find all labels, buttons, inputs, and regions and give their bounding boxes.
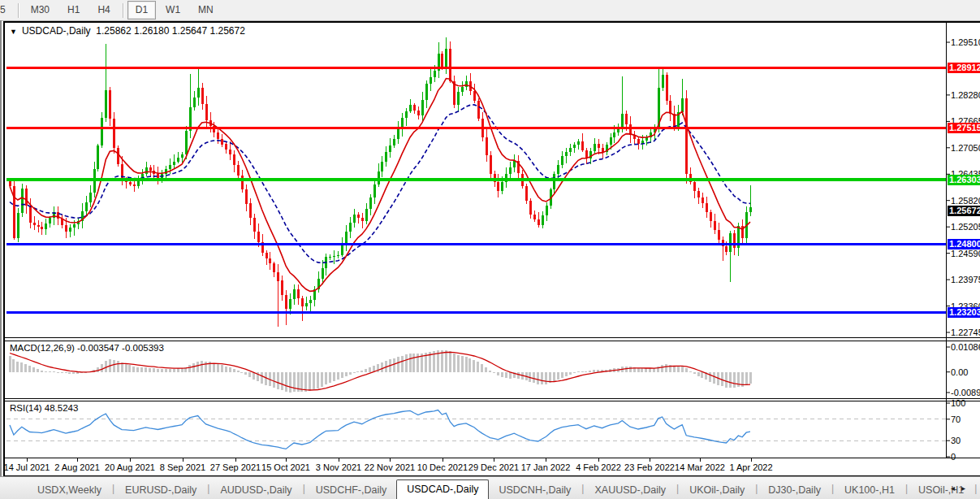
chart-symbol: USDCAD-,Daily	[22, 25, 91, 37]
price-axis-label: 1.24590	[951, 249, 980, 258]
rsi-axis-label: 30	[951, 436, 980, 445]
date-axis-label: 20 Aug 2021	[102, 462, 158, 472]
price-level-badge: 1.26303	[948, 175, 980, 185]
rsi-axis-label: 0	[951, 452, 980, 462]
ohlc-high: 1.26180	[134, 25, 169, 37]
macd-axis-label: 0.010869	[951, 342, 980, 352]
date-axis-label: 27 Sep 2021	[208, 462, 263, 472]
ohlc-close: 1.25672	[209, 25, 244, 37]
rsi-label: RSI(14) 48.5243	[10, 403, 78, 413]
macd-value-main: -0.003547	[77, 343, 119, 353]
price-axis-label: 1.22745	[951, 328, 980, 337]
date-axis-label: 3 Nov 2021	[311, 462, 366, 472]
rsi-axis-label: 100	[951, 398, 980, 408]
price-level-badge: 1.23203	[948, 307, 980, 318]
price-level-badge: 1.24800	[948, 239, 980, 250]
macd-name: MACD(12,26,9)	[10, 343, 75, 353]
price-level-badge: 1.27515	[948, 123, 980, 133]
price-axis-label: 1.28280	[951, 90, 980, 100]
chart-canvas[interactable]	[0, 0, 980, 499]
ohlc-low: 1.25647	[172, 25, 207, 37]
chart-dropdown-icon[interactable]: ▼	[10, 28, 17, 36]
rsi-value: 48.5243	[45, 403, 79, 413]
macd-value-signal: -0.005393	[122, 343, 164, 353]
date-axis-label: 14 Mar 2022	[672, 462, 727, 472]
price-level-badge: 1.28912	[948, 63, 980, 73]
date-axis-label: 29 Dec 2021	[466, 462, 521, 472]
price-axis-label: 1.29510	[951, 37, 980, 47]
date-axis-label: 15 Oct 2021	[258, 462, 313, 472]
date-axis-label: 23 Feb 2022	[622, 462, 677, 472]
date-axis-label: 14 Jul 2021	[0, 462, 54, 472]
date-axis-label: 17 Jan 2022	[518, 462, 573, 472]
date-axis-label: 10 Dec 2021	[415, 462, 470, 472]
mt4-terminal: 5M30H1H4D1W1MN ▼USDCAD-,Daily 1.25862 1.…	[0, 0, 980, 499]
macd-label: MACD(12,26,9) -0.003547 -0.005393	[10, 343, 164, 353]
price-axis-label: 1.25205	[951, 222, 980, 232]
date-axis-label: 2 Aug 2021	[50, 462, 105, 472]
date-axis-label: 4 Feb 2022	[571, 462, 626, 472]
current-price-badge: 1.25672	[948, 206, 980, 216]
rsi-name: RSI(14)	[10, 403, 42, 413]
rsi-axis-label: 70	[951, 414, 980, 424]
macd-axis-label: 0.00	[951, 367, 980, 377]
chart-title: ▼USDCAD-,Daily 1.25862 1.26180 1.25647 1…	[10, 25, 245, 37]
price-axis-label: 1.23975	[951, 275, 980, 284]
ohlc-open: 1.25862	[96, 25, 131, 37]
price-axis-label: 1.27050	[951, 143, 980, 153]
price-axis-label: 1.25820	[951, 196, 980, 206]
date-axis-label: 1 Apr 2022	[723, 462, 779, 472]
macd-axis-label: -0.00897	[951, 388, 980, 397]
date-axis-label: 22 Nov 2021	[362, 462, 417, 472]
date-axis-label: 8 Sep 2021	[155, 462, 210, 472]
